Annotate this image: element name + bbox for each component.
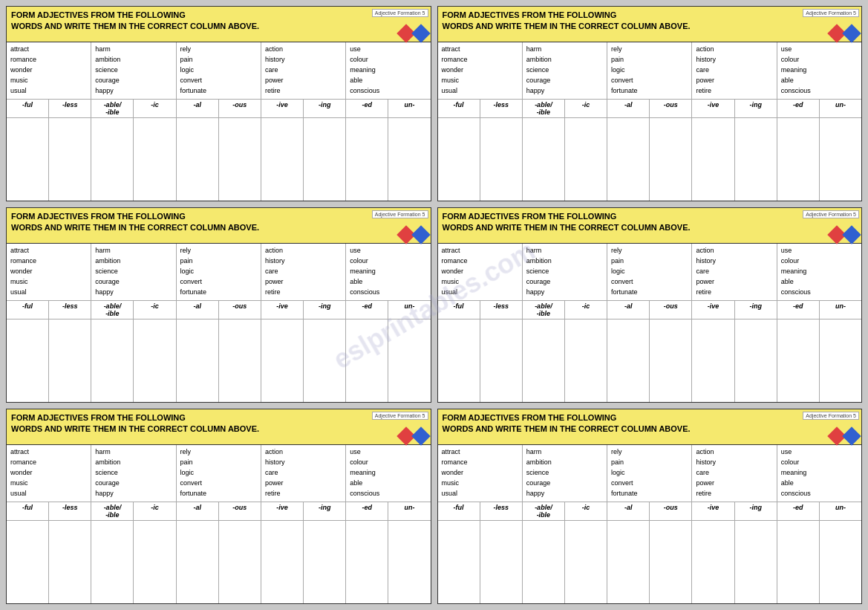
word: conscious (350, 288, 426, 298)
card-3: Adjective Formation 5 FORM ADJECTIVES FR… (6, 207, 431, 403)
word: pain (180, 55, 257, 65)
word: logic (180, 468, 257, 478)
word-col-1: attract romance wonder music usual (7, 42, 91, 99)
word: happy (526, 86, 603, 97)
card-5-title: FORM ADJECTIVES FROM THE FOLLOWING WORDS… (11, 412, 426, 435)
word: retire (696, 86, 772, 97)
card-6: Adjective Formation 5 FORM ADJECTIVES FR… (437, 409, 863, 604)
word: wonder (442, 468, 518, 478)
word: logic (611, 267, 688, 277)
word: colour (350, 55, 426, 65)
word: use (350, 246, 426, 256)
word: retire (696, 489, 772, 499)
answer-col-4[interactable] (134, 118, 176, 201)
word: music (10, 277, 87, 288)
word: fortunate (180, 489, 257, 499)
card-2-title: FORM ADJECTIVES FROM THE FOLLOWING WORDS… (443, 10, 858, 33)
word: wonder (10, 468, 87, 478)
card-1-answer-rows (7, 118, 431, 201)
word: retire (265, 489, 342, 499)
word: fortunate (180, 288, 257, 298)
word: care (696, 468, 772, 478)
word: usual (442, 489, 518, 499)
answer-col-8[interactable] (304, 118, 346, 201)
word: care (265, 267, 342, 277)
diamond-blue-icon (411, 24, 430, 42)
word: ambition (95, 256, 172, 267)
word: able (781, 478, 858, 489)
diamond-blue-icon (842, 24, 861, 42)
word: care (696, 267, 772, 277)
card-5-header: Adjective Formation 5 FORM ADJECTIVES FR… (7, 409, 431, 445)
diamond-blue-icon (842, 426, 861, 445)
word: care (265, 65, 342, 76)
word: retire (265, 288, 342, 298)
word: conscious (350, 86, 426, 97)
word: logic (611, 468, 688, 478)
word: use (781, 447, 858, 458)
word: care (696, 65, 772, 76)
word: science (95, 468, 172, 478)
word: music (442, 478, 518, 489)
word: science (95, 65, 172, 76)
word: retire (265, 86, 342, 97)
word: harm (526, 447, 603, 458)
word: conscious (781, 489, 858, 499)
card-4-header: Adjective Formation 5 FORM ADJECTIVES FR… (438, 208, 862, 244)
word: action (265, 45, 342, 55)
card-5: Adjective Formation 5 FORM ADJECTIVES FR… (6, 409, 431, 604)
word-col-4: action history care power retire (261, 42, 346, 99)
word: able (350, 478, 426, 489)
word: ambition (526, 55, 603, 65)
word-col-3: rely pain logic convert fortunate (607, 42, 692, 99)
word: able (350, 76, 426, 86)
word: use (350, 447, 426, 458)
page: Adjective Formation 5 FORM ADJECTIVES FR… (0, 0, 868, 610)
card-6-badge: Adjective Formation 5 (803, 412, 859, 420)
word: power (696, 76, 772, 86)
card-1-header: Adjective Formation 5 FORM ADJECTIVES FR… (7, 7, 431, 42)
col-header-ful: -ful (7, 100, 49, 117)
word: logic (611, 65, 688, 76)
word: power (265, 478, 342, 489)
answer-col-2[interactable] (49, 118, 91, 201)
word: courage (526, 277, 603, 288)
word: logic (180, 65, 257, 76)
answer-col-1[interactable] (7, 118, 49, 201)
answer-col-10[interactable] (388, 118, 430, 201)
word: ambition (526, 256, 603, 267)
col-header-ive: -ive (261, 100, 304, 117)
word: pain (611, 55, 688, 65)
answer-col-7[interactable] (261, 118, 304, 201)
card-6-icons (830, 429, 858, 443)
answer-col-3[interactable] (91, 118, 134, 201)
word: convert (180, 76, 257, 86)
word: ambition (526, 458, 603, 468)
word: music (10, 76, 87, 86)
col-header-ing: -ing (304, 100, 346, 117)
answer-col-6[interactable] (219, 118, 261, 201)
answer-col-9[interactable] (346, 118, 388, 201)
answer-col-5[interactable] (177, 118, 219, 201)
col-header-un: un- (388, 100, 430, 117)
word: romance (442, 55, 518, 65)
card-2-words: attract romance wonder music usual harm … (438, 42, 862, 100)
word: history (265, 256, 342, 267)
word: attract (10, 447, 87, 458)
diamond-blue-icon (411, 225, 430, 244)
word: usual (10, 86, 87, 97)
card-4-badge: Adjective Formation 5 (803, 210, 859, 218)
word: happy (95, 489, 172, 499)
word: use (781, 45, 858, 55)
word: history (696, 256, 772, 267)
word: harm (95, 447, 172, 458)
card-2-answer-section: -ful -less -able/-ible -ic -al -ous -ive… (438, 100, 862, 201)
word: meaning (781, 468, 858, 478)
word: use (781, 246, 858, 256)
word: attract (10, 45, 87, 55)
card-2-col-headers: -ful -less -able/-ible -ic -al -ous -ive… (438, 100, 862, 118)
word: convert (180, 478, 257, 489)
card-2-icons (830, 27, 858, 40)
card-6-words: attract romance wonder music usual harm … (438, 445, 862, 502)
word: convert (611, 76, 688, 86)
